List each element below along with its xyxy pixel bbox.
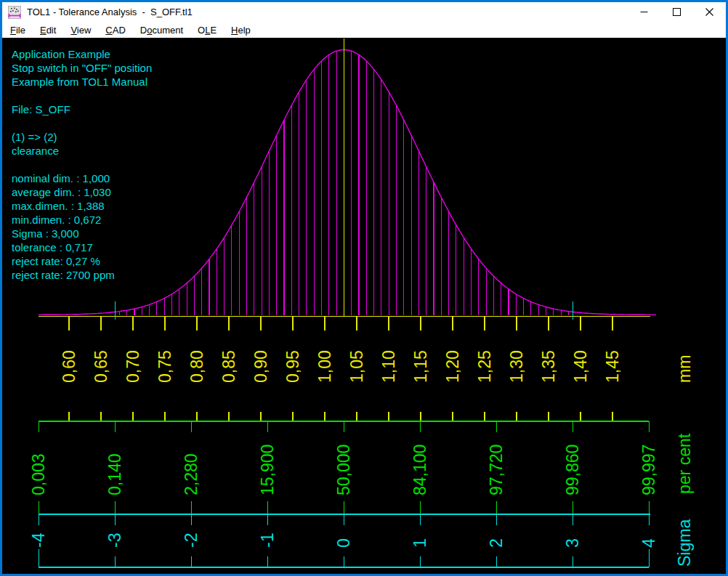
menu-item-file[interactable]: File (8, 24, 28, 36)
mm-tick-label: 1,20 (443, 350, 462, 383)
maximize-icon (673, 8, 681, 16)
mm-tick-label: 0,75 (155, 350, 174, 383)
mm-tick-label: 0,60 (60, 350, 78, 383)
sigma-tick-label: 2 (487, 538, 506, 548)
mm-tick-label: 0,70 (124, 350, 142, 383)
sigma-unit-label: Sigma (675, 519, 694, 567)
info-line: max.dimen. : 1,388 (12, 199, 152, 213)
info-line (12, 116, 152, 130)
mm-tick-label: 0,85 (219, 350, 238, 383)
menu-item-view[interactable]: View (68, 24, 93, 36)
mm-tick-label: 1,00 (315, 350, 334, 383)
mm-tick-label: 1,05 (347, 350, 366, 383)
minimize-icon (640, 8, 648, 16)
menu-item-help[interactable]: Help (229, 24, 253, 36)
info-line: Stop switch in "OFF" position (12, 61, 152, 75)
mm-tick-label: 0,65 (92, 350, 110, 383)
info-line: average dim. : 1,030 (12, 185, 152, 199)
close-button[interactable] (693, 2, 726, 22)
mm-tick-label: 0,95 (283, 350, 302, 383)
mm-tick-label: 1,45 (603, 350, 622, 383)
mm-tick-label: 0,80 (187, 350, 206, 383)
menu-item-document[interactable]: Document (138, 24, 185, 36)
mm-tick-label: 1,10 (379, 350, 398, 383)
info-line: reject rate: 2700 ppm (12, 268, 152, 282)
percent-tick-label: 84,100 (410, 445, 429, 495)
info-line: nominal dim. : 1,000 (12, 171, 152, 185)
mm-tick-label: 1,40 (571, 350, 590, 383)
sigma-tick-label: -3 (105, 533, 124, 548)
info-line: clearance (12, 144, 152, 158)
mm-tick-label: 0,90 (251, 350, 270, 383)
info-line: File: S_OFF (12, 102, 152, 116)
drawing-canvas: 0,600,650,700,750,800,850,900,951,001,05… (2, 38, 726, 574)
mm-tick-label: 1,25 (475, 350, 494, 383)
menu-item-cad[interactable]: CAD (103, 24, 127, 36)
sigma-tick-label: -1 (258, 533, 277, 548)
mm-tick-label: 1,35 (539, 350, 558, 383)
info-line (12, 89, 152, 102)
info-line: reject rate: 0,27 % (12, 254, 152, 268)
sigma-tick-label: 0 (334, 538, 353, 548)
percent-tick-label: 0,140 (105, 453, 124, 495)
percent-tick-label: 2,280 (182, 453, 201, 495)
sigma-tick-label: 3 (563, 538, 582, 548)
menu-item-ole[interactable]: OLE (195, 24, 219, 36)
title-bar: TOL1 - Tolerance Analysis - S_OFF.tl1 (2, 2, 726, 22)
sigma-tick-label: -2 (182, 533, 201, 548)
maximize-button[interactable] (660, 2, 693, 22)
percent-tick-label: 99,860 (563, 445, 582, 495)
mm-unit-label: mm (675, 355, 694, 383)
percent-tick-label: 15,900 (258, 445, 277, 495)
menu-item-edit[interactable]: Edit (38, 24, 58, 36)
window-controls (628, 2, 726, 22)
info-line: min.dimen. : 0,672 (12, 213, 152, 227)
percent-tick-label: 99,997 (639, 445, 658, 495)
mm-tick-label: 1,30 (507, 350, 526, 383)
app-icon (8, 6, 21, 19)
info-line: Sigma : 3,000 (12, 227, 152, 240)
info-text: Application ExampleStop switch in "OFF" … (12, 47, 152, 282)
info-line (12, 158, 152, 171)
sigma-tick-label: 4 (639, 538, 658, 548)
sigma-tick-label: -4 (29, 532, 48, 548)
info-line: Application Example (12, 47, 152, 61)
app-window: TOL1 - Tolerance Analysis - S_OFF.tl1 Fi… (0, 0, 728, 576)
percent-tick-label: 97,720 (487, 445, 506, 495)
close-icon (705, 8, 713, 16)
window-title: TOL1 - Tolerance Analysis - S_OFF.tl1 (27, 7, 628, 17)
menu-bar: File Edit View CAD Document OLE Help (2, 22, 726, 38)
percent-tick-label: 0,003 (29, 453, 48, 495)
sigma-tick-label: 1 (410, 538, 429, 548)
percent-tick-label: 50,000 (334, 445, 353, 495)
info-line: Example from TOL1 Manual (12, 75, 152, 89)
minimize-button[interactable] (628, 2, 660, 22)
info-line: tolerance : 0,717 (12, 240, 152, 254)
percent-unit-label: per cent (675, 433, 694, 494)
mm-tick-label: 1,15 (411, 350, 430, 383)
info-line: (1) => (2) (12, 130, 152, 144)
